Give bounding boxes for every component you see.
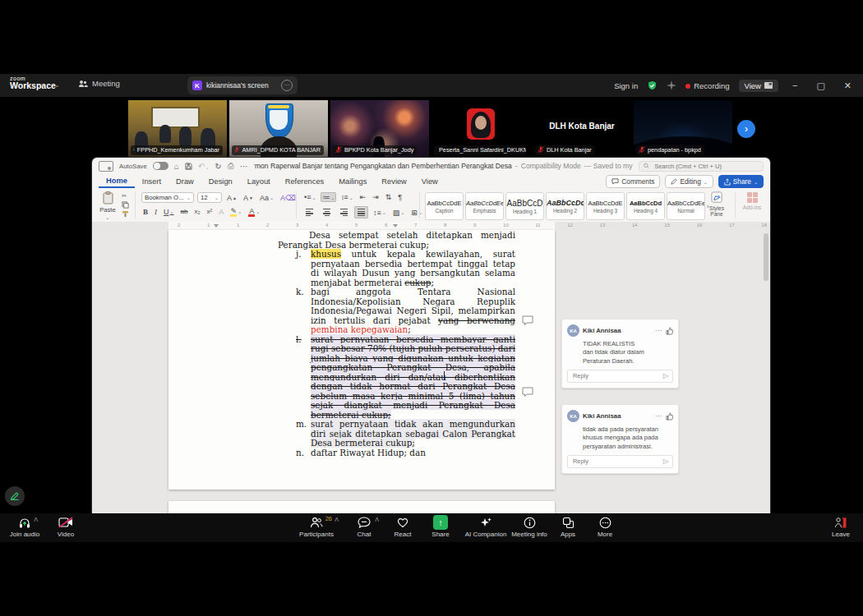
ai-companion-button[interactable]: AI Companion (463, 516, 509, 538)
tab-layout[interactable]: Layout (240, 176, 278, 187)
subscript-button[interactable]: x₂ (192, 207, 201, 216)
search-box[interactable] (639, 161, 764, 172)
tab-home[interactable]: Home (99, 175, 135, 188)
add-ins-button[interactable]: Add-ins (740, 192, 764, 210)
style-caption[interactable]: AaBbCcDdECaption (425, 192, 464, 220)
numbering-button[interactable]: ≔⌄ (321, 192, 336, 202)
search-input[interactable] (653, 162, 759, 171)
maximize-button[interactable]: ▢ (811, 80, 829, 91)
home-icon[interactable]: ⌂ (174, 162, 179, 171)
clear-formatting-button[interactable]: A⌫ (279, 193, 298, 203)
strikethrough-button[interactable]: ab (179, 207, 190, 216)
comments-button[interactable]: Comments (606, 175, 660, 188)
video-tile-2[interactable]: AMRI_DPMD KOTA BANJAR (229, 100, 328, 158)
screen-tab-options-icon[interactable]: ⋯ (281, 80, 293, 91)
document-page-2[interactable] (168, 501, 555, 513)
tab-meeting[interactable]: Meeting (78, 79, 120, 88)
save-icon[interactable] (185, 163, 192, 170)
meeting-info-button[interactable]: Meeting info (508, 516, 551, 538)
comment-reply-box[interactable] (567, 455, 673, 468)
tab-references[interactable]: References (278, 176, 332, 187)
style-normal[interactable]: AaBbCcDdEeNormal (667, 192, 705, 220)
view-button[interactable]: View (739, 80, 778, 92)
comment-reply-box[interactable] (567, 370, 673, 383)
text-effects-button[interactable]: A (217, 207, 225, 217)
grow-font-button[interactable]: A▲ (225, 193, 238, 203)
send-icon[interactable] (662, 373, 669, 379)
annotate-button[interactable] (5, 486, 25, 506)
font-color-button[interactable]: A⌄ (247, 206, 261, 218)
audio-options-chevron[interactable]: ᐱ (34, 517, 38, 523)
paste-button[interactable]: Paste ⌄ (97, 191, 118, 221)
more-button[interactable]: More (590, 516, 620, 538)
comment-card-2[interactable]: KA Kiki Annisaa ⋯ tidak ada pada persyar… (561, 404, 679, 474)
comment-anchor-icon[interactable] (522, 315, 533, 326)
shrink-font-button[interactable]: A▼ (242, 193, 255, 203)
join-audio-button[interactable]: ᐱ Join audio (5, 516, 44, 538)
comment-anchor-icon[interactable] (522, 387, 533, 398)
bold-button[interactable]: B (141, 207, 150, 217)
reply-input[interactable] (571, 371, 662, 380)
video-tile-4[interactable]: Peserta_Sanni Safardini_DKUKM... (432, 100, 530, 158)
apps-button[interactable]: Apps (554, 516, 582, 538)
document-page-1[interactable]: Desa setempat setelah ditetapkan menjadi… (168, 230, 555, 490)
video-tile-5[interactable]: DLH Kota Banjar DLH Kota Banjar (533, 100, 631, 158)
ai-sparkle-icon[interactable] (667, 80, 676, 90)
editing-mode-button[interactable]: Editing ⌄ (665, 175, 713, 188)
align-center-button[interactable] (320, 206, 334, 218)
chat-chevron[interactable]: ᐱ (375, 517, 379, 523)
indent-marker[interactable] (393, 224, 398, 228)
sort-button[interactable]: ⇅ (384, 192, 394, 202)
reply-input[interactable] (571, 457, 662, 466)
share-button[interactable]: Share ⌄ (718, 175, 764, 188)
highlight-color-button[interactable]: ✎⌄ (228, 206, 243, 218)
scrollbar-thumb[interactable] (764, 233, 768, 281)
style-emphasis[interactable]: AaBbCcDdEeEmphasis (465, 192, 504, 220)
comment-card-1[interactable]: KA Kiki Annisaa ⋯ TIDAK REALISTIS dan ti… (561, 319, 679, 388)
like-icon[interactable] (666, 412, 673, 421)
tab-design[interactable]: Design (201, 176, 240, 187)
comment-menu-icon[interactable]: ⋯ (655, 327, 662, 334)
participants-button[interactable]: 26 ᐱ Participants (296, 516, 337, 538)
tab-view[interactable]: View (414, 176, 445, 187)
borders-button[interactable]: ⊞⌄ (409, 208, 424, 218)
sign-in-link[interactable]: Sign in (614, 81, 638, 90)
cut-icon[interactable]: ✂ (122, 192, 129, 200)
change-case-button[interactable]: Aa⌄ (258, 193, 275, 203)
share-screen-button[interactable]: ↑ Share (426, 516, 455, 538)
tab-shared-screen[interactable]: K kikiannisaa's screen ⋯ (187, 76, 298, 94)
minimize-button[interactable]: − (787, 80, 802, 90)
align-left-button[interactable] (302, 206, 316, 218)
style-heading-3[interactable]: AaBbCcDdEHeading 3 (586, 192, 625, 220)
copy-icon[interactable] (122, 201, 129, 209)
indent-marker[interactable] (214, 224, 219, 228)
print-icon[interactable]: ⎙ (228, 161, 234, 171)
like-icon[interactable] (666, 327, 673, 335)
video-tile-6[interactable]: pendapatan - bpkpd (634, 100, 732, 158)
next-participants-button[interactable]: › (737, 120, 755, 138)
superscript-button[interactable]: x² (205, 207, 215, 216)
decrease-indent-button[interactable]: ⇤ (358, 192, 368, 202)
styles-pane-button[interactable]: StylesPane (704, 191, 729, 218)
show-paragraph-marks-button[interactable]: ¶ (396, 192, 404, 202)
bullets-button[interactable]: •≡⌄ (302, 192, 317, 202)
video-tile-3[interactable]: BPKPD Kota Banjar_Jody (330, 100, 429, 158)
font-size-select[interactable]: 12⌄ (197, 192, 222, 203)
undo-icon[interactable]: ↶⌄ (198, 162, 209, 171)
react-button[interactable]: React (388, 516, 418, 538)
multilevel-list-button[interactable]: ⁝≡⌄ (339, 192, 354, 202)
video-tile-1[interactable]: FPPHD_Kemenkumham Jabar (128, 100, 227, 158)
align-right-button[interactable] (337, 206, 351, 218)
style-heading-2[interactable]: AaBbCcDcHeading 2 (546, 192, 584, 220)
redo-icon[interactable]: ↻ (215, 162, 221, 171)
increase-indent-button[interactable]: ⇥ (371, 192, 381, 202)
presenter-view-icon[interactable] (99, 161, 113, 172)
tab-review[interactable]: Review (374, 176, 413, 187)
participants-chevron[interactable]: ᐱ (335, 517, 339, 523)
font-name-select[interactable]: Bookman O...⌄ (141, 192, 194, 203)
underline-button[interactable]: U⌄ (162, 207, 176, 217)
shading-button[interactable]: ▨⌄ (391, 208, 407, 218)
close-button[interactable]: ✕ (839, 80, 856, 91)
chat-button[interactable]: ᐱ Chat (349, 516, 379, 538)
autosave-toggle[interactable] (153, 162, 168, 170)
